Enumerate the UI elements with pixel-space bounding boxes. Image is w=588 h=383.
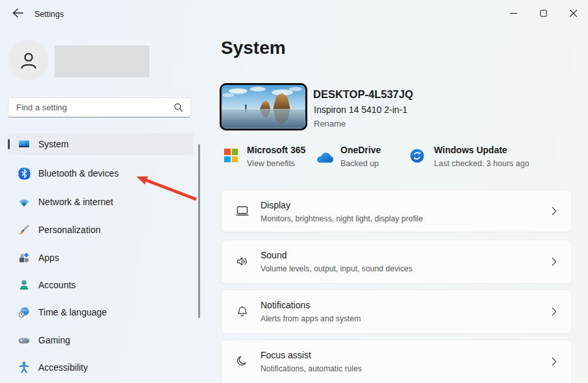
gamepad-icon xyxy=(18,334,31,347)
rename-link[interactable]: Rename xyxy=(314,119,346,129)
person-outline-icon xyxy=(18,49,40,71)
sidebar-item-label: Time & language xyxy=(38,307,107,317)
status-subtitle: View benefits xyxy=(247,159,295,168)
bell-icon xyxy=(235,304,250,319)
bluetooth-icon xyxy=(18,167,31,180)
titlebar: Settings xyxy=(0,0,588,26)
chevron-right-icon xyxy=(552,206,557,216)
sidebar-item-personalization[interactable]: Personalization xyxy=(8,219,194,241)
sidebar-item-apps[interactable]: Apps xyxy=(8,247,194,269)
chevron-right-icon xyxy=(552,357,557,366)
clock-globe-icon xyxy=(18,306,31,319)
status-subtitle: Last checked: 3 hours ago xyxy=(434,159,530,168)
minimize-icon xyxy=(510,10,517,17)
device-name: DESKTOP-4L537JQ xyxy=(313,88,413,101)
sidebar-item-system[interactable]: System xyxy=(8,133,194,155)
status-title: Windows Update xyxy=(434,145,507,155)
minimize-button[interactable] xyxy=(498,0,528,26)
maximize-icon xyxy=(540,10,547,17)
back-button[interactable] xyxy=(8,5,27,21)
row-subtitle: Monitors, brightness, night light, displ… xyxy=(261,214,423,223)
row-title: Focus assist xyxy=(261,350,311,360)
sidebar-item-bluetooth-devices[interactable]: Bluetooth & devices xyxy=(8,162,194,184)
device-model: Inspiron 14 5410 2-in-1 xyxy=(314,105,407,115)
ms-square-green xyxy=(232,149,238,155)
ms-square-yellow xyxy=(232,156,238,163)
person-icon xyxy=(18,278,31,291)
sidebar-item-label: System xyxy=(38,139,69,149)
apps-grid-icon xyxy=(18,251,31,264)
status-title: OneDrive xyxy=(340,145,381,155)
moon-icon xyxy=(235,353,250,369)
back-arrow-icon xyxy=(12,8,23,18)
sidebar-item-label: Personalization xyxy=(38,225,101,235)
sidebar-item-label: Gaming xyxy=(38,335,70,345)
close-button[interactable] xyxy=(558,0,588,26)
window-controls xyxy=(498,0,588,26)
row-subtitle: Notifications, automatic rules xyxy=(261,364,362,373)
sidebar-item-accessibility[interactable]: Accessibility xyxy=(8,356,194,378)
page-title: System xyxy=(221,38,286,58)
windows-update-icon xyxy=(410,149,424,166)
system-laptop-icon xyxy=(18,138,31,151)
onedrive-cloud-icon xyxy=(316,152,335,166)
wallpaper-image xyxy=(222,85,305,128)
ms-square-red xyxy=(224,149,231,155)
row-subtitle: Alerts from apps and system xyxy=(261,314,361,323)
search-icon xyxy=(173,103,183,112)
settings-row-display[interactable]: Display Monitors, brightness, night ligh… xyxy=(221,190,572,232)
settings-row-sound[interactable]: Sound Volume levels, output, input, soun… xyxy=(221,240,572,284)
sidebar-item-gaming[interactable]: Gaming xyxy=(8,329,194,351)
status-title: Microsoft 365 xyxy=(247,145,305,155)
chevron-right-icon xyxy=(552,307,557,316)
paintbrush-icon xyxy=(18,223,31,236)
row-subtitle: Volume levels, output, input, sound devi… xyxy=(261,264,413,273)
device-thumbnail xyxy=(220,83,307,130)
avatar xyxy=(8,40,49,80)
sidebar-item-label: Apps xyxy=(38,253,59,263)
sidebar-item-label: Accessibility xyxy=(38,362,88,373)
sidebar-item-label: Accounts xyxy=(38,280,76,290)
display-icon xyxy=(235,203,250,219)
sidebar-item-accounts[interactable]: Accounts xyxy=(8,274,194,296)
ms-square-blue xyxy=(224,156,231,163)
sidebar-item-label: Bluetooth & devices xyxy=(38,168,119,179)
wifi-icon xyxy=(18,195,31,208)
settings-row-focus-assist[interactable]: Focus assist Notifications, automatic ru… xyxy=(221,340,572,383)
selected-accent-pill xyxy=(8,139,10,149)
chevron-right-icon xyxy=(552,257,557,266)
sidebar-item-label: Network & internet xyxy=(38,197,113,207)
sidebar-item-time-language[interactable]: Time & language xyxy=(8,301,194,323)
speaker-icon xyxy=(235,254,250,269)
settings-row-notifications[interactable]: Notifications Alerts from apps and syste… xyxy=(221,290,572,334)
row-title: Display xyxy=(261,200,290,210)
window-title: Settings xyxy=(34,10,64,19)
search-box xyxy=(8,97,191,117)
accessibility-icon xyxy=(18,361,31,374)
close-icon xyxy=(570,10,577,17)
sidebar-item-network-internet[interactable]: Network & internet xyxy=(8,191,194,213)
maximize-button[interactable] xyxy=(528,0,558,26)
sidebar-scrollbar[interactable] xyxy=(198,144,200,318)
status-subtitle: Backed up xyxy=(340,159,379,168)
microsoft-365-icon xyxy=(224,149,238,162)
account-name-redacted xyxy=(55,45,149,77)
row-title: Sound xyxy=(261,250,287,260)
row-title: Notifications xyxy=(261,300,310,310)
search-input[interactable] xyxy=(8,103,173,112)
